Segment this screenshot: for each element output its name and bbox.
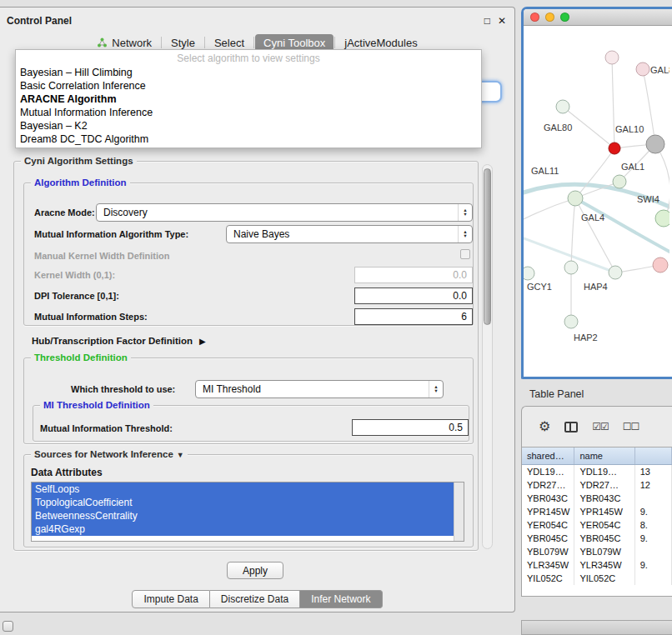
manual-kernel-width-checkbox[interactable]: [460, 249, 470, 259]
mi-algorithm-type-value: Naive Bayes: [233, 228, 289, 240]
attribute-item-topologicalcoefficient[interactable]: TopologicalCoefficient: [32, 496, 454, 509]
attributes-scrollbar[interactable]: [454, 482, 464, 541]
network-window-titlebar: [524, 9, 672, 26]
network-node[interactable]: [524, 267, 534, 280]
collapsed-panel-icon[interactable]: [3, 621, 13, 632]
scrollbar-thumb[interactable]: [484, 168, 491, 325]
kernel-width-input[interactable]: 0.0: [354, 267, 473, 283]
aracne-mode-value: Discovery: [103, 207, 148, 218]
columns-icon[interactable]: [564, 422, 578, 432]
table-row[interactable]: YER054CYER054C8.: [522, 518, 672, 532]
aracne-mode-select[interactable]: Discovery ▲▼: [96, 203, 473, 222]
table-header-row: shared…name: [522, 447, 672, 465]
application: Control Panel □ ✕ NetworkStyleSelectCyni…: [0, 0, 672, 635]
table-cell: [635, 545, 672, 558]
table-cell: YLR345W: [574, 558, 634, 572]
sources-group-title[interactable]: Sources for Network Inference▼: [31, 448, 188, 461]
table-cell: YBR045C: [574, 532, 634, 545]
table-row[interactable]: YBR045CYBR045C9.: [522, 532, 672, 545]
aracne-mode-label: Aracne Mode:: [34, 208, 95, 218]
float-window-icon[interactable]: □: [484, 16, 490, 26]
table-row[interactable]: YDR27…YDR27…12: [522, 478, 672, 492]
threshold-definition-group: Threshold Definition Which threshold to …: [23, 358, 474, 444]
mi-steps-input[interactable]: 6: [354, 308, 473, 325]
table-cell: YER054C: [522, 518, 574, 532]
network-node[interactable]: [564, 315, 578, 328]
algorithm-option-basic-correlation-inference[interactable]: Basic Correlation Inference: [16, 79, 481, 92]
algorithm-option-mutual-information-inference[interactable]: Mutual Information Inference: [16, 106, 481, 119]
control-panel: Control Panel □ ✕ NetworkStyleSelectCyni…: [0, 7, 515, 612]
gear-icon[interactable]: ⚙: [539, 420, 550, 433]
network-node[interactable]: [655, 210, 669, 227]
mi-steps-label: Mutual Information Steps:: [34, 312, 148, 322]
hub-definition-label: Hub/Transcription Factor Definition: [32, 336, 193, 346]
algorithm-option-dream8-dc-tdc-algorithm[interactable]: Dream8 DC_TDC Algorithm: [16, 132, 481, 146]
algorithm-option-aracne-algorithm[interactable]: ARACNE Algorithm: [16, 92, 481, 106]
attribute-item-selfloops[interactable]: SelfLoops: [32, 482, 454, 496]
mi-steps-value: 6: [461, 311, 467, 322]
close-panel-icon[interactable]: ✕: [498, 16, 506, 26]
network-edge: [643, 69, 655, 144]
table-row[interactable]: YIL052CYIL052C: [522, 572, 672, 585]
table-row[interactable]: YBL079WYBL079W: [522, 545, 672, 558]
node-label-gcy1: GCY1: [527, 282, 552, 292]
table-row[interactable]: YBR043CYBR043C: [522, 492, 672, 505]
network-node[interactable]: [568, 191, 583, 206]
network-node[interactable]: [609, 142, 620, 154]
network-canvas[interactable]: GAL8GAL80GAL10GAL11GAL1SWI4GAL4GCY1HAP4H…: [524, 26, 672, 377]
node-label-gal80: GAL80: [544, 122, 572, 132]
select-all-icon[interactable]: ☑☑: [592, 422, 609, 432]
network-icon: [97, 38, 108, 48]
tab-label: Select: [214, 37, 244, 49]
attribute-item-gal4rgexp[interactable]: gal4RGexp: [32, 522, 454, 536]
column-header-shared[interactable]: shared…: [522, 448, 574, 464]
deselect-all-icon[interactable]: ☐☐: [623, 422, 639, 432]
attribute-item-betweennesscentrality[interactable]: BetweennessCentrality: [32, 509, 454, 522]
network-node[interactable]: [646, 135, 664, 153]
table-cell: YLR345W: [522, 558, 574, 572]
network-node[interactable]: [605, 51, 619, 64]
which-threshold-select[interactable]: MI Threshold ▲▼: [195, 380, 444, 398]
table-cell: YPR145W: [522, 505, 574, 518]
table-cell: YBR043C: [522, 492, 574, 505]
network-node[interactable]: [613, 175, 626, 188]
network-node[interactable]: [636, 62, 649, 76]
bottom-status-bar: [521, 620, 672, 635]
node-label-gal10: GAL10: [615, 124, 644, 134]
table-cell: 12: [635, 478, 672, 492]
column-header-name[interactable]: name: [574, 448, 634, 464]
table-cell: YBR045C: [522, 532, 574, 545]
combo-stepper-icon: ▲▼: [458, 226, 472, 242]
zoom-window-icon[interactable]: [560, 12, 569, 22]
algorithm-dropdown-popup: Select algorithm to view settingsBayesia…: [15, 49, 482, 148]
minimize-window-icon[interactable]: [545, 12, 554, 22]
bottom-tab-discretize-data[interactable]: Discretize Data: [210, 590, 300, 608]
table-cell: YDL19…: [522, 465, 574, 478]
network-node[interactable]: [564, 261, 578, 274]
settings-scrollbar[interactable]: [482, 164, 493, 549]
bottom-tab-infer-network[interactable]: Infer Network: [300, 590, 382, 608]
dpi-tolerance-input[interactable]: 0.0: [354, 288, 473, 304]
network-view-window: GAL8GAL80GAL10GAL11GAL1SWI4GAL4GCY1HAP4H…: [521, 7, 672, 379]
column-header-col-2[interactable]: [635, 448, 672, 464]
close-window-icon[interactable]: [530, 12, 539, 22]
algorithm-option-bayesian-k2[interactable]: Bayesian – K2: [16, 119, 481, 132]
mi-algorithm-type-select[interactable]: Naive Bayes ▲▼: [226, 225, 473, 243]
apply-button[interactable]: Apply: [227, 562, 283, 579]
network-node[interactable]: [609, 266, 622, 279]
network-node[interactable]: [556, 100, 569, 113]
node-label-gal11: GAL11: [531, 166, 559, 176]
table-row[interactable]: YPR145WYPR145W9.: [522, 505, 672, 518]
table-row[interactable]: YLR345WYLR345W9.: [522, 558, 672, 572]
hub-transcription-factor-section[interactable]: Hub/Transcription Factor Definition ▶: [32, 336, 206, 346]
algorithm-popup-placeholder: Select algorithm to view settings: [16, 52, 481, 66]
data-attributes-list[interactable]: SelfLoopsTopologicalCoefficientBetweenne…: [31, 482, 464, 542]
algorithm-option-bayesian-hill-climbing[interactable]: Bayesian – Hill Climbing: [16, 66, 481, 79]
mi-threshold-input[interactable]: 0.5: [352, 419, 469, 436]
dpi-tolerance-value: 0.0: [453, 290, 467, 302]
bottom-tab-impute-data[interactable]: Impute Data: [132, 590, 209, 608]
table-cell: YDR27…: [522, 478, 574, 492]
network-edge: [524, 198, 575, 219]
network-node[interactable]: [653, 258, 668, 272]
table-row[interactable]: YDL19…YDL19…13: [522, 465, 672, 478]
